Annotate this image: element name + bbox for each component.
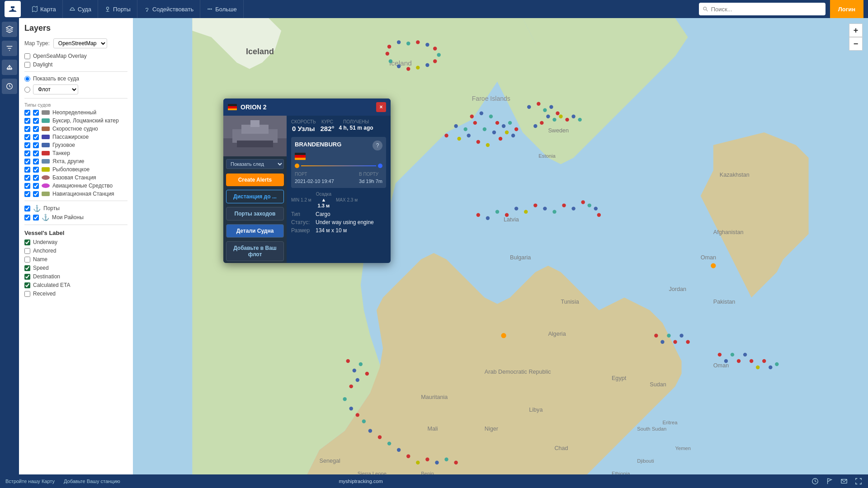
svg-point-139 <box>389 59 392 63</box>
vtype-passenger-dot <box>42 135 50 139</box>
nav-more[interactable]: Больше <box>200 0 244 18</box>
svg-point-79 <box>524 210 528 213</box>
vtype-unspecified-cb[interactable] <box>24 110 30 116</box>
main-content: Layers Map Type: OpenStreetMap OpenSeaMa… <box>0 18 868 488</box>
vtype-fishing-dot <box>42 167 50 172</box>
svg-text:Sudan: Sudan <box>650 381 666 388</box>
svg-point-48 <box>483 127 486 131</box>
show-trail-select[interactable]: Показать след <box>226 159 284 169</box>
vtype-highspeed-cb2[interactable] <box>33 126 39 132</box>
build-our-map-link[interactable]: Встройте нашу Карту <box>5 479 55 484</box>
poi-myareas-cb2[interactable] <box>33 215 39 221</box>
nav-assist[interactable]: Содействовать <box>137 0 200 18</box>
search-bar[interactable] <box>699 3 826 15</box>
nav-ports[interactable]: Порты <box>98 0 137 18</box>
login-button[interactable]: Логин <box>830 0 863 18</box>
label-name-row: Name <box>24 256 127 263</box>
sidebar-ship-btn[interactable] <box>2 60 17 75</box>
vtype-tug-cb2[interactable] <box>33 118 39 124</box>
bottom-flag-icon[interactable] <box>826 477 834 485</box>
label-calculated-eta-cb[interactable] <box>24 282 30 288</box>
vtype-tanker-cb[interactable] <box>24 150 30 156</box>
zoom-in-button[interactable]: + <box>849 23 863 37</box>
svg-text:Mali: Mali <box>427 426 438 432</box>
ship-speed-stat: Скорость 0 Узлы <box>291 119 316 132</box>
bottom-clock-icon[interactable] <box>811 477 819 485</box>
vtype-navaid-cb2[interactable] <box>33 191 39 197</box>
draft-value: 1.3 м <box>318 203 330 208</box>
vtype-yacht-cb2[interactable] <box>33 159 39 164</box>
vtype-aviation-cb[interactable] <box>24 183 30 189</box>
port-visits-button[interactable]: Порты заходов <box>226 207 284 221</box>
vtype-fishing-cb2[interactable] <box>33 167 39 173</box>
vtype-passenger-cb2[interactable] <box>33 134 39 140</box>
vessel-details-button[interactable]: Детали Судна <box>226 224 284 238</box>
create-alerts-button[interactable]: Create Alerts <box>226 174 284 186</box>
svg-point-111 <box>343 397 346 401</box>
vtype-base-cb[interactable] <box>24 175 30 181</box>
map-area[interactable]: Iceland Faroe Islands Sweden Estonia Lat… <box>133 18 868 488</box>
vtype-cargo-cb2[interactable] <box>33 142 39 148</box>
svg-point-107 <box>359 362 363 366</box>
label-destination-row: Destination <box>24 273 127 280</box>
poi-myareas-cb1[interactable] <box>24 215 30 221</box>
daylight-checkbox[interactable] <box>24 62 30 68</box>
opensea-checkbox[interactable] <box>24 53 30 59</box>
svg-point-67 <box>552 118 556 122</box>
svg-point-89 <box>654 333 658 337</box>
fleet-radio[interactable] <box>24 87 30 93</box>
poi-ports-cb[interactable] <box>24 206 30 211</box>
size-value: 134 м x 10 м <box>316 227 347 234</box>
label-anchored-cb[interactable] <box>24 248 30 254</box>
svg-point-42 <box>454 124 458 128</box>
label-received-cb[interactable] <box>24 291 30 297</box>
show-all-radio[interactable] <box>24 76 30 82</box>
vtype-navaid-cb[interactable] <box>24 191 30 197</box>
status-value: Under way using engine <box>316 219 374 225</box>
vtype-aviation-cb2[interactable] <box>33 183 39 189</box>
vtype-cargo-cb[interactable] <box>24 142 30 148</box>
vtype-unspecified-cb2[interactable] <box>33 110 39 116</box>
svg-point-70 <box>571 115 575 118</box>
search-input[interactable] <box>711 6 822 13</box>
vtype-tug-cb[interactable] <box>24 118 30 124</box>
svg-point-84 <box>571 206 575 210</box>
ship-popup-close-button[interactable]: × <box>376 102 386 112</box>
voyage-help-icon[interactable]: ? <box>373 141 382 150</box>
add-to-fleet-button[interactable]: Добавьте в Ваш флот <box>226 241 284 261</box>
label-destination-label: Destination <box>33 273 60 280</box>
nav-map[interactable]: Карта <box>25 0 63 18</box>
divider-4 <box>24 225 127 225</box>
bottom-fullscreen-icon[interactable] <box>854 477 863 485</box>
fleet-select[interactable]: Флот <box>33 84 78 94</box>
svg-point-93 <box>679 333 683 337</box>
add-your-station-link[interactable]: Добавьте Вашу станцию <box>64 479 120 484</box>
label-speed-cb[interactable] <box>24 265 30 271</box>
vtype-fishing-cb[interactable] <box>24 167 30 173</box>
vtype-yacht-cb[interactable] <box>24 159 30 164</box>
vtype-highspeed-cb[interactable] <box>24 126 30 132</box>
divider-2 <box>24 98 127 99</box>
sidebar-history-btn[interactable] <box>2 79 17 94</box>
logo[interactable] <box>5 1 21 17</box>
label-underway-cb[interactable] <box>24 239 30 245</box>
vtype-base-cb2[interactable] <box>33 175 39 181</box>
label-destination-cb[interactable] <box>24 274 30 280</box>
eta-time: В ПОРТУ 3d 19h 7m <box>359 172 382 184</box>
sidebar-layers-btn[interactable] <box>2 22 17 37</box>
vtype-tanker: Танкер <box>24 150 127 156</box>
label-name-cb[interactable] <box>24 257 30 263</box>
sidebar-filter-btn[interactable] <box>2 41 17 56</box>
svg-point-106 <box>353 369 356 372</box>
vtype-tanker-cb2[interactable] <box>33 150 39 156</box>
vtype-passenger-cb[interactable] <box>24 134 30 140</box>
zoom-out-button[interactable]: − <box>849 37 863 51</box>
nav-vessels[interactable]: Суда <box>63 0 98 18</box>
map-type-select[interactable]: OpenStreetMap <box>53 38 107 48</box>
label-anchored-row: Anchored <box>24 248 127 254</box>
svg-point-123 <box>444 458 448 461</box>
distance-to-button[interactable]: Дистанция до ... <box>226 190 284 203</box>
voyage-progress <box>295 164 382 168</box>
bottom-email-icon[interactable] <box>840 477 848 485</box>
svg-point-65 <box>556 112 559 115</box>
